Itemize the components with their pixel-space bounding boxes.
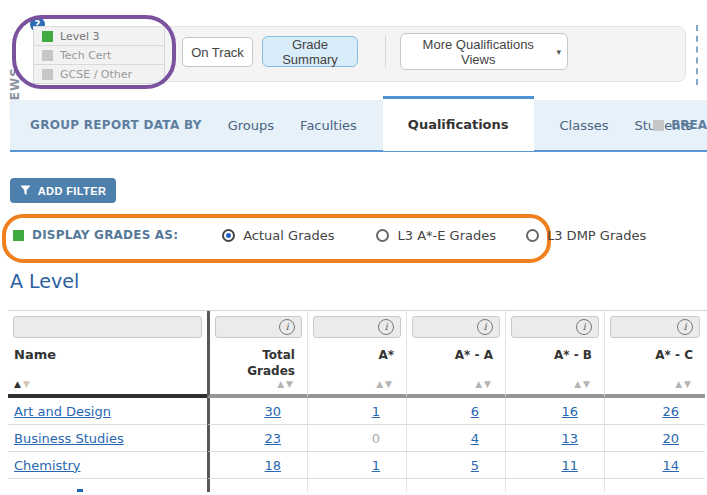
value-link[interactable]: 5: [471, 458, 479, 473]
table-row: Chemistry 18 1 5 11 14: [8, 452, 707, 479]
radio-button-icon[interactable]: [376, 229, 389, 242]
more-qualifications-views-button[interactable]: More Qualifications Views ▾: [400, 33, 568, 70]
column-header-name[interactable]: Name: [8, 341, 207, 379]
astar-b-cell: 11: [505, 452, 604, 479]
tab-qualifications[interactable]: Qualifications: [383, 96, 534, 151]
display-grades-status-icon: [13, 230, 24, 241]
sort-desc-icon[interactable]: ▼: [23, 379, 32, 389]
qualification-level-list: Level 3 Tech Cert GCSE / Other: [33, 26, 165, 84]
radio-actual-grades[interactable]: Actual Grades: [222, 228, 334, 243]
astar-b-filter-input[interactable]: i: [511, 316, 599, 338]
page-title: A Level: [10, 270, 79, 292]
total-grades-cell: 30: [207, 398, 307, 425]
radio-label: L3 DMP Grades: [547, 228, 646, 243]
tab-faculties[interactable]: Faculties: [300, 118, 357, 133]
sort-desc-icon[interactable]: ▼: [484, 379, 493, 389]
display-grades-row: DISPLAY GRADES AS: Actual Grades L3 A*-E…: [13, 222, 646, 248]
astar-c-filter-input[interactable]: i: [610, 316, 700, 338]
gcse-other-status-icon: [42, 69, 53, 80]
sort-asc-icon[interactable]: ▲: [277, 379, 286, 389]
clipped-next-row: [8, 479, 707, 492]
sort-asc-icon[interactable]: ▲: [574, 379, 583, 389]
value-link[interactable]: 1: [372, 404, 380, 419]
sort-desc-icon[interactable]: ▼: [286, 379, 295, 389]
subject-cell: Chemistry: [8, 452, 207, 479]
astar-c-filter-cell: i: [604, 311, 705, 341]
on-track-button[interactable]: On Track: [182, 37, 253, 67]
grade-summary-button[interactable]: Grade Summary: [262, 36, 358, 67]
chevron-down-icon: ▾: [556, 47, 561, 57]
a-level-grades-table: i i i i i Name Total Grades A* A* - A A*…: [8, 310, 707, 492]
value-link[interactable]: 1: [372, 458, 380, 473]
info-icon[interactable]: i: [477, 319, 493, 335]
level-item-level3[interactable]: Level 3: [34, 27, 164, 46]
astar-a-cell: 6: [406, 398, 505, 425]
column-header-astar-a[interactable]: A* - A: [406, 341, 505, 379]
sort-desc-icon[interactable]: ▼: [385, 379, 394, 389]
sort-name[interactable]: ▲▼: [8, 379, 207, 398]
subject-link[interactable]: Art and Design: [14, 404, 111, 419]
radio-l3-ae-grades[interactable]: L3 A*-E Grades: [376, 228, 495, 243]
value-link[interactable]: 20: [662, 431, 679, 446]
radio-label: Actual Grades: [243, 228, 334, 243]
info-icon[interactable]: i: [677, 319, 693, 335]
sort-astar-c[interactable]: ▲▼: [604, 379, 705, 398]
astar-cell: 0: [307, 425, 406, 452]
sort-desc-icon[interactable]: ▼: [583, 379, 592, 389]
value-link[interactable]: 13: [561, 431, 578, 446]
display-grades-label: DISPLAY GRADES AS:: [32, 228, 178, 242]
sort-astar-a[interactable]: ▲▼: [406, 379, 505, 398]
subject-cell: Business Studies: [8, 425, 207, 452]
radio-button-icon[interactable]: [526, 229, 539, 242]
sort-asc-icon[interactable]: ▲: [376, 379, 385, 389]
tab-classes[interactable]: Classes: [560, 118, 609, 133]
breakdown-section-clipped[interactable]: BREA: [653, 100, 707, 150]
sort-astar[interactable]: ▲▼: [307, 379, 406, 398]
column-header-astar[interactable]: A*: [307, 341, 406, 379]
total-grades-cell: 18: [207, 452, 307, 479]
info-icon[interactable]: i: [279, 319, 295, 335]
value-link[interactable]: 16: [561, 404, 578, 419]
astar-b-cell: 16: [505, 398, 604, 425]
name-filter-input[interactable]: [13, 316, 202, 338]
value-link[interactable]: 18: [264, 458, 281, 473]
sort-asc-icon[interactable]: ▲: [675, 379, 684, 389]
astar-c-cell: 20: [604, 425, 705, 452]
sort-astar-b[interactable]: ▲▼: [505, 379, 604, 398]
subject-link[interactable]: Chemistry: [14, 458, 81, 473]
astar-a-filter-input[interactable]: i: [412, 316, 500, 338]
clipped-subject-cell: [8, 479, 207, 492]
clipped-cell: [604, 479, 705, 492]
level-item-tech-cert[interactable]: Tech Cert: [34, 46, 164, 65]
value-link[interactable]: 4: [471, 431, 479, 446]
sort-asc-icon[interactable]: ▲: [14, 379, 23, 389]
add-filter-button[interactable]: ADD FILTER: [10, 178, 116, 203]
tab-groups[interactable]: Groups: [228, 118, 274, 133]
value-link[interactable]: 14: [662, 458, 679, 473]
value-link[interactable]: 26: [662, 404, 679, 419]
astar-filter-input[interactable]: i: [313, 316, 401, 338]
column-header-total-grades[interactable]: Total Grades: [207, 341, 307, 379]
column-header-astar-b[interactable]: A* - B: [505, 341, 604, 379]
sort-asc-icon[interactable]: ▲: [475, 379, 484, 389]
total-grades-filter-input[interactable]: i: [215, 316, 302, 338]
sort-total-grades[interactable]: ▲▼: [207, 379, 307, 398]
astar-a-cell: 4: [406, 425, 505, 452]
info-icon[interactable]: i: [378, 319, 394, 335]
column-header-astar-c[interactable]: A* - C: [604, 341, 705, 379]
value-link[interactable]: 11: [561, 458, 578, 473]
subject-cell: Art and Design: [8, 398, 207, 425]
subject-link[interactable]: Business Studies: [14, 431, 124, 446]
value-link[interactable]: 23: [264, 431, 281, 446]
info-icon[interactable]: i: [576, 319, 592, 335]
level-item-label: Tech Cert: [60, 49, 111, 62]
filter-funnel-icon: [20, 185, 31, 196]
sort-desc-icon[interactable]: ▼: [684, 379, 693, 389]
value-link[interactable]: 6: [471, 404, 479, 419]
value-link[interactable]: 30: [264, 404, 281, 419]
radio-l3-dmp-grades[interactable]: L3 DMP Grades: [526, 228, 646, 243]
level3-status-icon: [42, 31, 53, 42]
value-link[interactable]: 0: [372, 431, 380, 446]
radio-button-icon[interactable]: [222, 229, 235, 242]
level-item-gcse-other[interactable]: GCSE / Other: [34, 65, 164, 83]
